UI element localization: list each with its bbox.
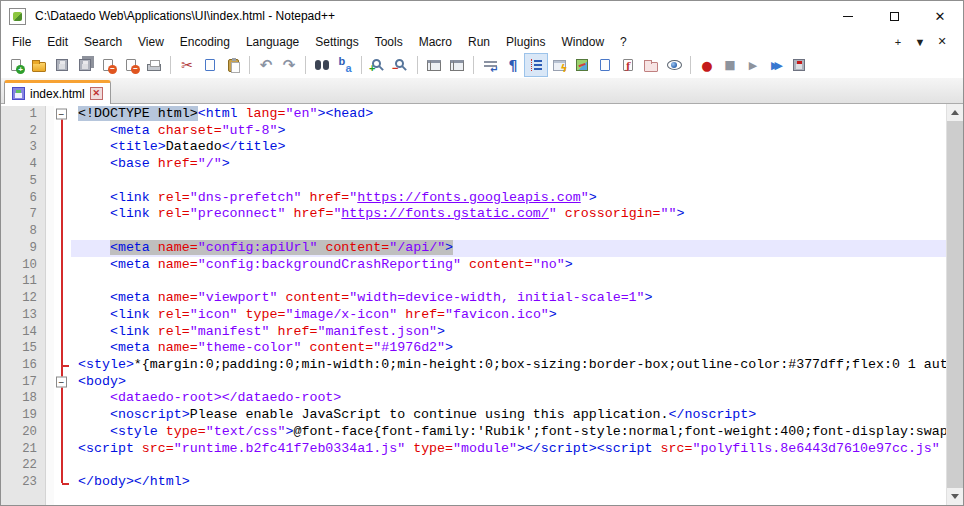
open-file-button[interactable] (28, 54, 50, 76)
code-text[interactable] (71, 173, 963, 190)
find-button[interactable] (311, 54, 333, 76)
code-line[interactable]: 16<style>*{margin:0;padding:0;min-width:… (1, 357, 963, 374)
code-text[interactable]: <title>Dataedo</title> (71, 139, 963, 156)
menu-help[interactable]: ? (612, 33, 635, 51)
menu-settings[interactable]: Settings (307, 33, 366, 51)
tab-list-button[interactable]: ▼ (911, 36, 929, 48)
code-line[interactable]: 1−<!DOCTYPE html><html lang="en"><head> (1, 106, 963, 123)
close-button[interactable]: ✕ (917, 1, 963, 31)
code-text[interactable]: <meta name="config:apiUrl" content="/api… (71, 240, 963, 257)
code-text[interactable] (71, 223, 963, 240)
code-line[interactable]: 8 (1, 223, 963, 240)
zoom-out-button[interactable] (390, 54, 412, 76)
menu-file[interactable]: File (4, 33, 39, 51)
replace-button[interactable] (334, 54, 356, 76)
save-button[interactable] (51, 54, 73, 76)
code-line[interactable]: 21<script src="runtime.b2fc41f7eb0334a1.… (1, 441, 963, 458)
show-all-characters-button[interactable]: ¶ (502, 54, 524, 76)
document-list-button[interactable] (594, 54, 616, 76)
menu-language[interactable]: Language (238, 33, 307, 51)
vertical-scrollbar[interactable] (946, 104, 963, 505)
menu-encoding[interactable]: Encoding (172, 33, 238, 51)
zoom-in-button[interactable] (367, 54, 389, 76)
scroll-down-button[interactable] (947, 488, 963, 505)
code-text[interactable]: <link rel="preconnect" href="https://fon… (71, 206, 963, 223)
paste-button[interactable] (222, 54, 244, 76)
code-line[interactable]: 2 <meta charset="utf-8"> (1, 123, 963, 140)
macro-run-multiple-button[interactable]: ▶▶ (765, 54, 787, 76)
code-text[interactable] (71, 273, 963, 290)
sync-vertical-scroll-button[interactable] (423, 54, 445, 76)
word-wrap-button[interactable] (479, 54, 501, 76)
monitoring-button[interactable] (663, 54, 685, 76)
tab-close-button[interactable]: ✕ (90, 87, 103, 100)
folder-as-workspace-button[interactable] (640, 54, 662, 76)
menu-tools[interactable]: Tools (367, 33, 411, 51)
code-line[interactable]: 12 <meta name="viewport" content="width=… (1, 290, 963, 307)
code-line[interactable]: 5 (1, 173, 963, 190)
macro-stop-button[interactable]: ■ (719, 54, 741, 76)
code-line[interactable]: 14 <link rel="manifest" href="manifest.j… (1, 324, 963, 341)
code-text[interactable]: </body></html> (71, 474, 963, 491)
scroll-up-button[interactable] (947, 104, 963, 121)
code-line[interactable]: 15 <meta name="theme-color" content="#19… (1, 340, 963, 357)
show-indent-guide-button[interactable] (525, 54, 547, 76)
maximize-button[interactable] (871, 1, 917, 31)
menu-edit[interactable]: Edit (39, 33, 76, 51)
code-text[interactable]: <meta name="config:backgroundCrashReport… (71, 257, 963, 274)
code-text[interactable]: <noscript>Please enable JavaScript to co… (71, 407, 963, 424)
code-empty-area[interactable] (71, 491, 963, 505)
sync-horizontal-scroll-button[interactable] (446, 54, 468, 76)
menu-search[interactable]: Search (76, 33, 130, 51)
menu-view[interactable]: View (130, 33, 172, 51)
code-line[interactable]: 20 <style type="text/css">@font-face{fon… (1, 424, 963, 441)
code-line[interactable]: 13 <link rel="icon" type="image/x-icon" … (1, 307, 963, 324)
fold-toggle[interactable]: − (56, 109, 67, 120)
minimize-button[interactable] (825, 1, 871, 31)
code-line[interactable]: 4 <base href="/"> (1, 156, 963, 173)
code-line[interactable]: 7 <link rel="preconnect" href="https://f… (1, 206, 963, 223)
code-line[interactable]: 22 (1, 457, 963, 474)
code-line[interactable]: 9 <meta name="config:apiUrl" content="/a… (1, 240, 963, 257)
menu-macro[interactable]: Macro (411, 33, 460, 51)
cut-button[interactable]: ✂ (176, 54, 198, 76)
undo-button[interactable]: ↶ (255, 54, 277, 76)
macro-save-button[interactable] (788, 54, 810, 76)
code-line[interactable]: 23</body></html> (1, 474, 963, 491)
code-line[interactable]: 3 <title>Dataedo</title> (1, 139, 963, 156)
code-text[interactable]: <dataedo-root></dataedo-root> (71, 390, 963, 407)
new-file-button[interactable] (5, 54, 27, 76)
macro-play-button[interactable]: ▶ (742, 54, 764, 76)
code-text[interactable]: <meta charset="utf-8"> (71, 123, 963, 140)
copy-button[interactable] (199, 54, 221, 76)
code-line[interactable]: 6 <link rel="dns-prefetch" href="https:/… (1, 190, 963, 207)
document-map-button[interactable] (571, 54, 593, 76)
code-text[interactable]: <base href="/"> (71, 156, 963, 173)
macro-record-button[interactable]: ● (696, 54, 718, 76)
define-language-button[interactable] (548, 54, 570, 76)
menu-window[interactable]: Window (553, 33, 612, 51)
scrollbar-thumb[interactable] (947, 121, 963, 488)
code-text[interactable]: <script src="runtime.b2fc41f7eb0334a1.js… (71, 441, 963, 458)
new-tab-button[interactable]: + (889, 36, 907, 48)
code-text[interactable]: <meta name="theme-color" content="#1976d… (71, 340, 963, 357)
code-line[interactable]: 10 <meta name="config:backgroundCrashRep… (1, 257, 963, 274)
close-button[interactable] (97, 54, 119, 76)
code-editor[interactable]: 1−<!DOCTYPE html><html lang="en"><head>2… (1, 104, 963, 505)
code-text[interactable]: <style>*{margin:0;padding:0;min-width:0;… (71, 357, 963, 374)
menu-plugins[interactable]: Plugins (498, 33, 553, 51)
save-all-button[interactable] (74, 54, 96, 76)
code-line[interactable]: 11 (1, 273, 963, 290)
code-text[interactable]: <style type="text/css">@font-face{font-f… (71, 424, 963, 441)
code-text[interactable]: <link rel="dns-prefetch" href="https://f… (71, 190, 963, 207)
code-line[interactable]: 19 <noscript>Please enable JavaScript to… (1, 407, 963, 424)
code-text[interactable]: <meta name="viewport" content="width=dev… (71, 290, 963, 307)
code-text[interactable]: <!DOCTYPE html><html lang="en"><head> (71, 106, 963, 123)
code-line[interactable]: 17−<body> (1, 374, 963, 391)
code-text[interactable]: <link rel="icon" type="image/x-icon" hre… (71, 307, 963, 324)
close-all-button[interactable] (120, 54, 142, 76)
function-list-button[interactable] (617, 54, 639, 76)
fold-toggle[interactable]: − (56, 377, 67, 388)
menu-run[interactable]: Run (460, 33, 498, 51)
close-current-tab-button[interactable]: ✕ (933, 35, 951, 48)
